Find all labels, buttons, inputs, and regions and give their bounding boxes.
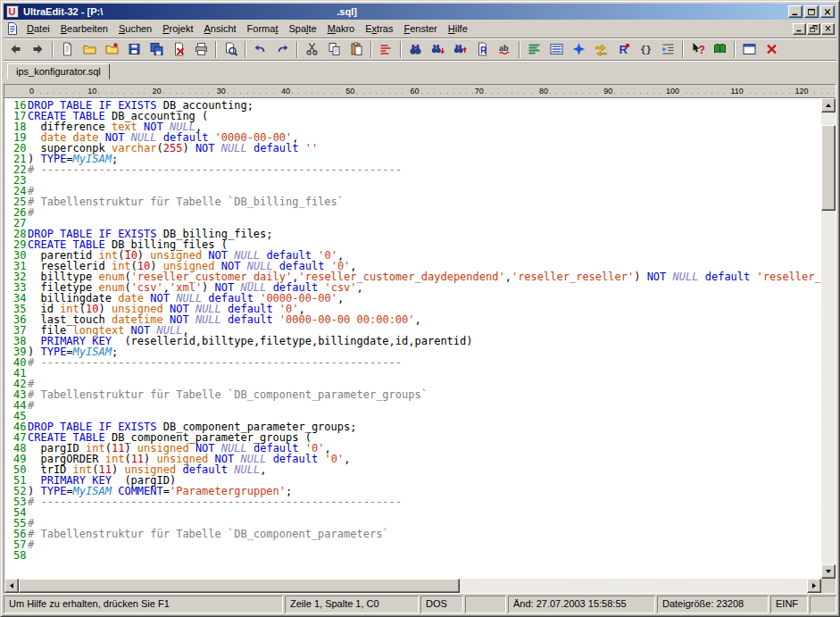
line-number: 58 [4,550,28,561]
find-icon [408,42,423,56]
code-line: 40# ------------------------------------… [4,357,821,368]
win-close-icon [823,24,833,33]
app-icon: U [5,5,20,19]
find-prev-icon [453,42,468,56]
menu-item-extras[interactable]: Extras [360,21,398,37]
toolbar-button-open-file[interactable] [79,39,101,60]
document-system-icon[interactable] [5,22,20,36]
status-modified-timestamp: Änd: 27.07.2003 15:58:55 [508,596,655,613]
toolbar-button-exit[interactable] [761,39,783,60]
toolbar-button-new-file[interactable] [56,39,79,60]
toolbar-button-macro-record[interactable]: R [612,39,635,60]
menu-item-suchen[interactable]: Suchen [113,21,157,37]
menu-item-projekt[interactable]: Projekt [157,21,198,37]
menu-item-datei[interactable]: Datei [21,21,55,37]
code-text: # Tabellenstruktur für Tabelle `DB_compo… [28,389,428,400]
toolbar-button-open-from-ftp[interactable] [101,39,123,60]
toolbar-button-context-help[interactable]: ? [686,39,709,60]
minimize-button[interactable] [788,5,803,18]
toolbar-button-ftp-transfer[interactable] [590,39,612,60]
toolbar-button-save-all[interactable] [146,39,168,60]
toolbar-button-save[interactable] [123,39,146,60]
status-insert-mode: EINF [770,596,808,613]
code-area[interactable]: 16DROP TABLE IF EXISTS DB_accounting;17C… [4,98,821,579]
toolbar-button-special-functions[interactable] [568,39,590,60]
down-arrow-icon [826,570,831,573]
toolbar-button-find[interactable] [404,39,427,60]
toolbar-button-close-file[interactable] [168,39,190,60]
toolbar-button-syntax-highlighting[interactable] [523,39,545,60]
floppy-all-icon [149,42,164,56]
toolbar-button-undo[interactable] [249,39,271,60]
spell-icon: ab [497,42,512,56]
close-button[interactable] [820,5,835,18]
toolbar-button-copy[interactable] [323,39,345,60]
vertical-scroll-thumb[interactable] [821,125,836,211]
code-line: 23 [4,175,821,186]
code-text: # [28,539,34,550]
toolbar-button-back[interactable] [4,39,27,60]
toolbar-button-replace[interactable]: R [471,39,494,60]
status-blank-panel [465,596,506,613]
toolbar-button-print-preview[interactable] [220,39,242,60]
scroll-down-button[interactable] [821,564,836,579]
horizontal-scroll-thumb[interactable] [19,579,460,593]
menu-item-hilfe[interactable]: Hilfe [443,21,473,37]
toolbar-button-hex-mode[interactable] [545,39,568,60]
menu-item-format[interactable]: Format [242,21,284,37]
ruler-tick: 10 [86,87,98,96]
macro-r-icon: R [616,42,631,56]
toolbar-button-print[interactable] [190,39,212,60]
swap-icon [594,42,609,56]
menu-item-bearbeiten[interactable]: Bearbeiten [55,21,113,37]
toolbar-button-forward[interactable] [27,39,49,60]
toolbar-button-reindent[interactable] [657,39,679,60]
status-cursor-position: Zeile 1, Spalte 1, C0 [285,596,419,613]
menubar: DateiBearbeitenSuchenProjektAnsichtForma… [4,20,836,38]
tab-ips-konfigurator-sql[interactable]: ips_konfigurator.sql [7,63,110,79]
code-text: # [28,207,34,218]
code-line: 43# Tabellenstruktur für Tabelle `DB_com… [4,389,821,400]
code-line: 57# [4,539,821,550]
undo-icon [253,42,268,56]
menu-item-makro[interactable]: Makro [322,21,361,37]
toolbar-button-find-next[interactable] [427,39,449,60]
folder-ftp-icon [104,42,120,56]
menu-item-spalte[interactable]: Spalte [283,21,321,37]
svg-text:ab: ab [499,44,509,53]
mdi-close-button[interactable] [821,23,835,35]
toolbar-button-spell-check[interactable]: ab [494,39,516,60]
toolbar-button-brace-match[interactable]: {} [635,39,657,60]
toolbar-button-paste[interactable] [345,39,368,60]
maximize-button[interactable] [804,5,819,18]
toolbar-button-redo[interactable] [271,39,294,60]
ruler-tick: 120 [793,87,810,96]
toolbar-button-sort[interactable] [375,39,397,60]
toolbar-separator [215,41,217,58]
vertical-scrollbar[interactable] [821,98,836,579]
code-line: 41 [4,368,821,379]
window-title: UltraEdit-32 - [P:\.sql] [23,6,357,17]
toolbar-button-window-list[interactable] [738,39,761,60]
arrow-left-icon [8,42,23,56]
code-text: # Tabellenstruktur für Tabelle `DB_compo… [28,529,389,539]
code-line: 20 superconpk varchar(255) NOT NULL defa… [4,143,821,154]
toolbar-button-find-prev[interactable] [449,39,471,60]
mdi-restore-button[interactable] [807,23,820,35]
scroll-up-button[interactable] [821,98,836,113]
mdi-minimize-button[interactable] [793,23,806,35]
menu-item-fenster[interactable]: Fenster [398,21,442,37]
toolbar-button-help-topics[interactable] [709,39,731,60]
arrow-right-icon [30,42,46,56]
win-min-icon [794,24,804,33]
toolbar-button-cut[interactable] [301,39,323,60]
star-blue-icon [571,42,586,56]
horizontal-scrollbar[interactable] [4,579,821,593]
status-bar: Um Hilfe zu erhalten, drücken Sie F1 Zei… [4,596,836,613]
scroll-right-button[interactable] [807,579,821,593]
menu-item-ansicht[interactable]: Ansicht [199,21,242,37]
ruler-tick: 90 [602,87,614,96]
scroll-left-button[interactable] [4,579,19,593]
scrollbar-corner [821,579,836,593]
status-file-format: DOS [420,596,463,613]
